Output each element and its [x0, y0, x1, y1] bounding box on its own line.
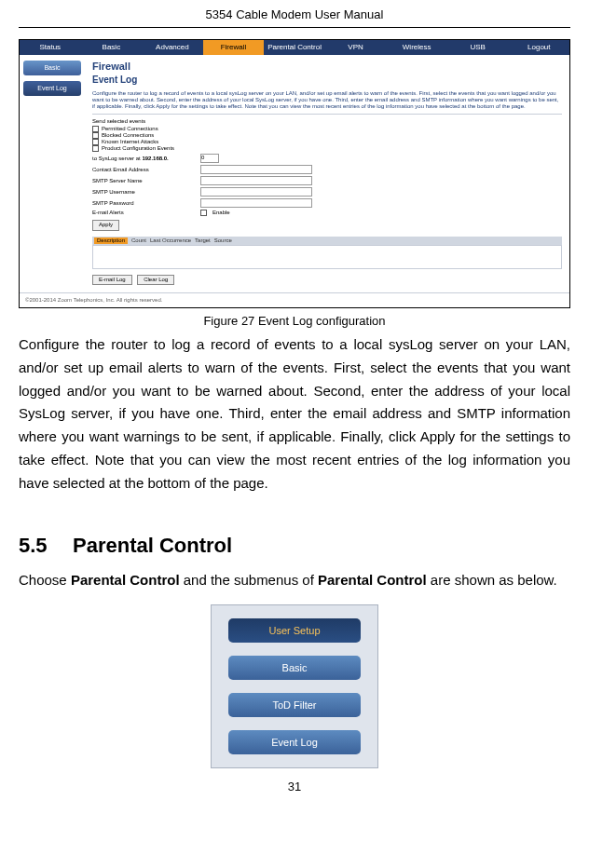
checkbox-label: Product Configuration Events	[102, 145, 174, 152]
tab-advanced[interactable]: Advanced	[142, 40, 203, 55]
checkbox-row: Known Internet Attacks	[92, 139, 562, 145]
log-column-header: Description	[94, 237, 128, 244]
router-main-panel: Firewall Event Log Configure the router …	[85, 55, 569, 292]
checkbox-row: Product Configuration Events	[92, 145, 562, 152]
checkbox-label: Known Internet Attacks	[102, 139, 158, 145]
tab-usb[interactable]: USB	[447, 40, 509, 55]
panel-description: Configure the router to log a record of …	[92, 90, 562, 111]
section-title: Parental Control	[73, 534, 232, 558]
intro-text: and the submenus of	[180, 572, 318, 588]
send-events-header: Send selected events	[92, 118, 562, 125]
text-input[interactable]	[200, 187, 312, 197]
field-label: Contact Email Address	[92, 167, 195, 173]
intro-bold-2: Parental Control	[318, 572, 427, 588]
enable-label: Enable	[212, 210, 230, 216]
tab-logout[interactable]: Logout	[509, 40, 570, 55]
tab-status[interactable]: Status	[20, 40, 81, 55]
divider	[92, 114, 562, 115]
tab-parental-control[interactable]: Parental Control	[264, 40, 325, 55]
submenu-item-user-setup[interactable]: User Setup	[228, 618, 361, 643]
intro-bold-1: Parental Control	[71, 572, 180, 588]
form-row: SMTP Username	[92, 187, 562, 197]
router-footer: ©2001-2014 Zoom Telephonics, Inc. All ri…	[20, 292, 569, 307]
tab-wireless[interactable]: Wireless	[386, 40, 447, 55]
section-intro: Choose Parental Control and the submenus…	[19, 569, 570, 591]
text-input[interactable]	[200, 176, 312, 185]
router-screenshot: StatusBasicAdvancedFirewallParental Cont…	[19, 39, 570, 308]
log-column-header: Count	[131, 237, 146, 244]
text-input[interactable]	[200, 198, 312, 208]
text-input[interactable]	[200, 165, 312, 174]
syslog-label: to SysLog server at 192.168.0.	[92, 156, 195, 162]
checkbox[interactable]	[92, 139, 99, 145]
doc-header: 5354 Cable Modem User Manual	[19, 7, 570, 28]
field-label: E-mail Alerts	[92, 210, 195, 216]
log-buttons: E-mail Log Clear Log	[92, 271, 562, 285]
router-body: BasicEvent Log Firewall Event Log Config…	[20, 55, 569, 292]
syslog-row: to SysLog server at 192.168.0. 0	[92, 154, 562, 163]
field-label: SMTP Server Name	[92, 178, 195, 184]
form-row: SMTP Server Name	[92, 176, 562, 185]
field-label: SMTP Username	[92, 189, 195, 196]
sidebar-item-event-log[interactable]: Event Log	[23, 81, 81, 96]
event-log-paragraph: Configure the router to log a record of …	[19, 333, 570, 495]
field-label: SMTP Password	[92, 200, 195, 207]
form-row: E-mail AlertsEnable	[92, 210, 562, 216]
syslog-octet-input[interactable]: 0	[200, 154, 219, 163]
section-heading: 5.5 Parental Control	[19, 534, 570, 558]
log-column-header: Source	[214, 237, 232, 244]
tab-vpn[interactable]: VPN	[325, 40, 387, 55]
checkbox-row: Permitted Connections	[92, 126, 562, 132]
email-log-button[interactable]: E-mail Log	[92, 275, 132, 285]
sidebar-item-basic[interactable]: Basic	[23, 61, 81, 75]
tab-basic[interactable]: Basic	[81, 40, 143, 55]
router-sidebar: BasicEvent Log	[20, 55, 85, 292]
checkbox-label: Permitted Connections	[102, 126, 158, 132]
checkbox-row: Blocked Connections	[92, 132, 562, 139]
log-column-header: Target	[195, 237, 211, 244]
checkbox-label: Blocked Connections	[102, 132, 154, 139]
tab-firewall[interactable]: Firewall	[203, 40, 265, 55]
intro-text: are shown as below.	[427, 572, 557, 588]
parental-control-submenu: User SetupBasicToD FilterEvent Log	[211, 604, 378, 768]
submenu-item-tod-filter[interactable]: ToD Filter	[228, 693, 361, 717]
section-number: 5.5	[19, 534, 56, 558]
checkbox[interactable]	[92, 132, 99, 139]
figure-caption: Figure 27 Event Log configuration	[19, 314, 570, 328]
form-row: SMTP Password	[92, 198, 562, 208]
router-tab-bar: StatusBasicAdvancedFirewallParental Cont…	[20, 40, 569, 55]
checkbox[interactable]	[92, 126, 99, 132]
page-number: 31	[19, 780, 570, 793]
log-column-header: Last Occurrence	[150, 237, 191, 244]
panel-subtitle: Event Log	[92, 75, 562, 86]
panel-title: Firewall	[92, 61, 562, 73]
log-table-body	[92, 245, 562, 269]
clear-log-button[interactable]: Clear Log	[137, 275, 174, 285]
form-row: Contact Email Address	[92, 165, 562, 174]
log-table-header: DescriptionCountLast OccurrenceTargetSou…	[92, 237, 562, 245]
submenu-item-basic[interactable]: Basic	[228, 656, 361, 680]
syslog-ip-prefix: 192.168.0.	[142, 156, 168, 161]
intro-text: Choose	[19, 572, 71, 588]
syslog-prefix: to SysLog server at	[92, 156, 141, 161]
apply-button[interactable]: Apply	[92, 220, 119, 230]
enable-checkbox[interactable]	[200, 210, 207, 216]
checkbox[interactable]	[92, 145, 99, 152]
submenu-item-event-log[interactable]: Event Log	[228, 730, 361, 754]
